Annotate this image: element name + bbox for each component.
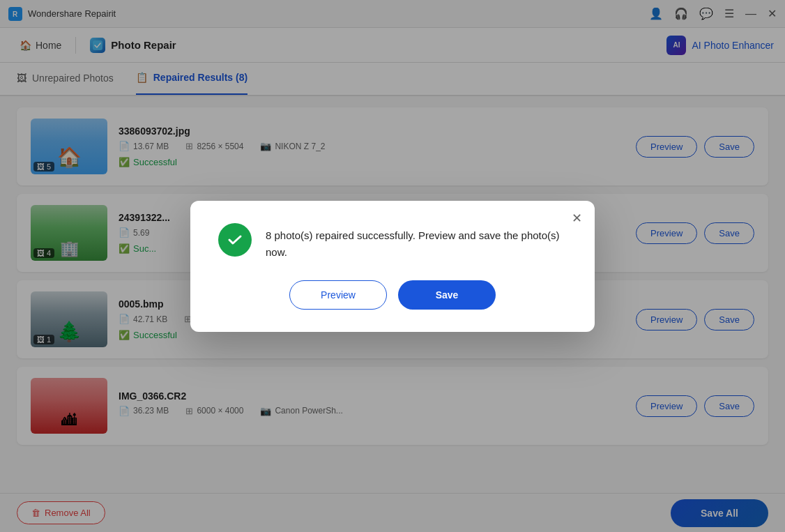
modal-success-icon	[218, 223, 252, 257]
modal-message: 8 photo(s) repaired successfully. Previe…	[266, 223, 567, 261]
modal-save-button[interactable]: Save	[398, 280, 496, 310]
modal-close-button[interactable]: ✕	[572, 211, 582, 226]
modal-preview-button[interactable]: Preview	[289, 280, 387, 310]
modal-actions: Preview Save	[218, 280, 567, 310]
modal-body: 8 photo(s) repaired successfully. Previe…	[218, 223, 567, 261]
modal-overlay: ✕ 8 photo(s) repaired successfully. Prev…	[0, 0, 785, 532]
success-modal: ✕ 8 photo(s) repaired successfully. Prev…	[190, 201, 595, 332]
